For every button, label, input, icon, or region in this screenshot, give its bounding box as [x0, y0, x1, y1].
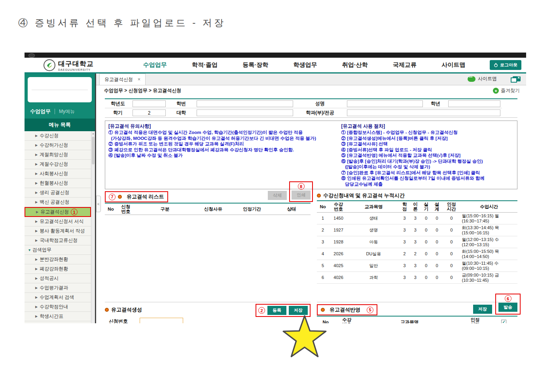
- window-close-icon[interactable]: [513, 76, 521, 81]
- sidebar-item-사회봉사신청[interactable]: ▶사회봉사신청: [25, 169, 91, 179]
- sidebar-item-label: 백신 공결신청: [40, 199, 69, 205]
- nav-item-사이트맵[interactable]: 사이트맵: [441, 61, 465, 69]
- table-row: 21927생명33000화(13:30~14:45) 목(15:00~16:15…: [317, 224, 517, 236]
- top-nav: 수업업무학적·졸업등록·장학학생업무취업·산학국제교류사이트맵: [119, 61, 490, 69]
- print-button[interactable]: 인쇄: [292, 190, 311, 200]
- sidebar-item-유고결석신청서 서식[interactable]: ▶유고결석신청서 서식: [25, 217, 91, 226]
- checkbox-checked-icon[interactable]: ✓: [501, 320, 506, 323]
- column-header: 신청사유: [195, 203, 231, 215]
- cell: 0: [432, 224, 442, 236]
- field-input-대학[interactable]: [197, 109, 293, 116]
- cell: 아동: [348, 236, 399, 248]
- page-title: ④ 증빙서류 선택 후 파일업로드 - 저장: [18, 17, 225, 29]
- sidebar-scrollbar[interactable]: ▴: [91, 131, 95, 323]
- sidebar-item-label: 성적공시: [40, 275, 59, 282]
- delete-button[interactable]: 삭제: [268, 191, 287, 200]
- nav-item-학생업무[interactable]: 학생업무: [293, 61, 317, 69]
- sidebar-item-봉사 활동계획서 작성[interactable]: ▶봉사 활동계획서 작성: [25, 226, 91, 236]
- sidebar-item-label: 수강신청: [40, 132, 59, 139]
- sidebar-item-수강신청조회[interactable]: ▶수강신청조회: [25, 321, 91, 323]
- sidebar-item-생리 공결신청[interactable]: ▶생리 공결신청: [25, 188, 91, 198]
- field-성명: [345, 99, 424, 108]
- sidebar-item-계절수강신청[interactable]: ▶계절수강신청: [25, 160, 91, 169]
- sidebar-item-label: 유고결석신청서 서식: [40, 218, 83, 225]
- field-input-학년[interactable]: [448, 100, 500, 107]
- sidebar-item-헌혈봉사신청[interactable]: ▶헌혈봉사신청: [25, 179, 91, 188]
- favorite-link[interactable]: ★ 즐겨찾기: [493, 87, 520, 94]
- sidebar-item-학생시간표[interactable]: ▶학생시간표: [25, 312, 91, 321]
- send-button[interactable]: 발송: [498, 303, 517, 312]
- arrow-right-icon: ▶: [35, 181, 38, 185]
- arrow-right-icon: ▶: [35, 315, 38, 318]
- sidebar-item-수업평가결과[interactable]: ▶수업평가결과: [25, 283, 91, 293]
- sidebar-item-폐강강좌현황[interactable]: ▶폐강강좌현황: [25, 264, 91, 274]
- sidebar-item-수강학점안내[interactable]: ▶수강학점안내: [25, 302, 91, 312]
- sidebar-item-성적공시[interactable]: ▶성적공시: [25, 274, 91, 283]
- table-row: 54025일반33000월(10:30~11:45) 수(09:00~10:15…: [317, 260, 517, 272]
- tab-close-icon[interactable]: ×: [138, 77, 140, 82]
- sidebar-tab-work[interactable]: 수업업무: [30, 108, 51, 115]
- field-input-학기[interactable]: [133, 109, 166, 116]
- sidebar-item-수강허가신청[interactable]: ▶수강허가신청: [25, 141, 91, 150]
- field-input-성명[interactable]: [347, 100, 423, 107]
- sidebar-item-계절희망신청[interactable]: ▶계절희망신청: [25, 150, 91, 160]
- sidebar-tab-mymenu[interactable]: My메뉴: [59, 108, 75, 115]
- sidebar-item-검색업무[interactable]: ▾검색업무: [25, 245, 91, 255]
- field-input-학번[interactable]: [197, 100, 293, 107]
- notice-box: [유고결석 유의사항] ① 유고결석 적용은 대면수업 및 실시간 Zoom 수…: [105, 121, 517, 189]
- column-header-checkbox: ✓: [490, 316, 517, 323]
- sidebar-item-분반강좌현황[interactable]: ▶분반강좌현황: [25, 255, 91, 264]
- tab-absence-apply[interactable]: 유고결석신청 ×: [99, 74, 146, 85]
- cell: 0: [432, 260, 442, 272]
- cell: 월(15:00~16:15) 월(16:30~17:45): [461, 213, 517, 224]
- sidebar-item-수업계획서 검색[interactable]: ▶수업계획서 검색: [25, 293, 91, 302]
- apply-no-input[interactable]: [140, 318, 183, 323]
- scrollbar-thumb[interactable]: [92, 137, 95, 164]
- field-input-학년도[interactable]: [133, 100, 166, 107]
- column-header: No: [317, 201, 329, 213]
- sidebar-collapse-handle[interactable]: <: [96, 196, 101, 212]
- sidebar-item-백신 공결신청[interactable]: ▶백신 공결신청: [25, 198, 91, 207]
- apply-save-button[interactable]: 저장: [473, 305, 492, 314]
- cell: 생명: [348, 224, 399, 236]
- notice-left: [유고결석 유의사항] ① 유고결석 적용은 대면수업 및 실시간 Zoom 수…: [108, 123, 337, 187]
- sidebar-item-label: 유고결석신청: [40, 209, 69, 215]
- arrow-right-icon: ▶: [35, 267, 38, 271]
- column-header: No: [105, 203, 117, 215]
- arrow-right-icon: ▶: [35, 258, 38, 261]
- cell: 0: [432, 213, 442, 224]
- register-button[interactable]: 등록: [267, 306, 286, 315]
- nav-item-등록·장학[interactable]: 등록·장학: [242, 61, 268, 69]
- cell: 3: [399, 272, 410, 284]
- field-input-학과(부)/전공[interactable]: [347, 109, 500, 116]
- column-header: 수강 번호: [334, 316, 359, 323]
- nav-item-국제교류[interactable]: 국제교류: [393, 61, 417, 69]
- nav-item-수업업무[interactable]: 수업업무: [143, 61, 167, 69]
- sidebar-item-유고결석신청[interactable]: ▶유고결석신청1: [25, 207, 91, 217]
- star-highlight-icon: [282, 315, 327, 359]
- sidebar-item-수강신청[interactable]: ▶수강신청: [25, 131, 91, 141]
- save-button[interactable]: 저장: [289, 306, 308, 315]
- cell: 3: [410, 236, 421, 248]
- university-name: 대구대학교 DAEGUUNIVERSITY: [58, 59, 94, 71]
- scroll-up-icon[interactable]: ▴: [91, 131, 95, 135]
- sitemap-link[interactable]: 사이트맵: [468, 75, 497, 82]
- nav-item-학적·졸업[interactable]: 학적·졸업: [192, 61, 218, 69]
- column-header: 상태: [273, 203, 311, 215]
- university-name-ko: 대구대학교: [58, 59, 94, 68]
- sidebar-item-label: 수업평가결과: [40, 285, 68, 291]
- notice-line: ④ [증빙서류]선택 후 파일 업로드 - 저장 클릭: [341, 147, 514, 153]
- nav-item-취업·산학[interactable]: 취업·산학: [342, 61, 368, 69]
- sidebar-menu-list: ▶수강신청▶수강허가신청▶계절희망신청▶계절수강신청▶사회봉사신청▶헌혈봉사신청…: [25, 131, 95, 323]
- cell: 월(10:30~11:45) 수(09:00~10:15): [461, 260, 517, 272]
- breadcrumb-row: 수업업무 > 신청업무 > 유고결석신청 ★ 즐겨찾기: [96, 85, 526, 96]
- sidebar-item-국내학점교류신청[interactable]: ▶국내학점교류신청: [25, 236, 91, 245]
- sidebar: 수업업무 My메뉴 메뉴 목록 ▶수강신청▶수강허가신청▶계절희망신청▶계절수강…: [25, 74, 95, 323]
- sidebar-item-label: 수강허가신청: [40, 142, 68, 149]
- column-header: 교과목명: [359, 316, 460, 323]
- cell: 3: [399, 213, 410, 224]
- logout-button[interactable]: 로그아웃: [490, 60, 521, 70]
- cell: 2026: [329, 248, 348, 260]
- university-logo[interactable]: 대구대학교 DAEGUUNIVERSITY: [44, 59, 119, 71]
- annotation-5: 5: [367, 307, 373, 313]
